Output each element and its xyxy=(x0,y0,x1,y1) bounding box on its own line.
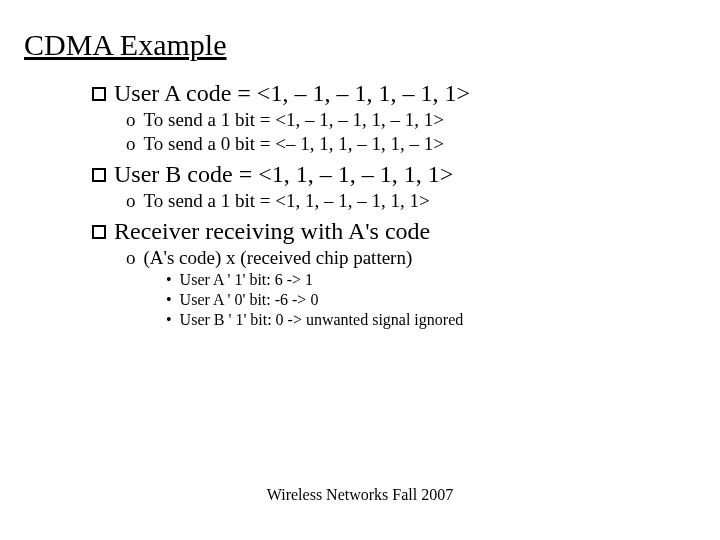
item-recv-a0: • User A ' 0' bit: -6 -> 0 xyxy=(92,291,696,309)
circle-bullet-icon: o xyxy=(126,109,136,131)
dot-bullet-icon: • xyxy=(166,271,172,289)
item-recv-b1: • User B ' 1' bit: 0 -> unwanted signal … xyxy=(92,311,696,329)
circle-bullet-icon: o xyxy=(126,190,136,212)
square-bullet-icon xyxy=(92,168,106,182)
item-user-b: User B code = <1, 1, – 1, – 1, 1, 1> xyxy=(92,161,696,188)
item-receiver-sub: o (A's code) x (received chip pattern) xyxy=(92,247,696,269)
item-text: User A code = <1, – 1, – 1, 1, – 1, 1> xyxy=(114,80,470,107)
dot-bullet-icon: • xyxy=(166,311,172,329)
dot-bullet-icon: • xyxy=(166,291,172,309)
slide-footer: Wireless Networks Fall 2007 xyxy=(0,486,720,504)
item-text: User A ' 0' bit: -6 -> 0 xyxy=(180,291,319,309)
item-user-b-send1: o To send a 1 bit = <1, 1, – 1, – 1, 1, … xyxy=(92,190,696,212)
item-recv-a1: • User A ' 1' bit: 6 -> 1 xyxy=(92,271,696,289)
item-text: To send a 1 bit = <1, – 1, – 1, 1, – 1, … xyxy=(144,109,445,131)
circle-bullet-icon: o xyxy=(126,247,136,269)
slide-title: CDMA Example xyxy=(24,28,696,62)
item-user-a-send0: o To send a 0 bit = <– 1, 1, 1, – 1, 1, … xyxy=(92,133,696,155)
item-text: User B ' 1' bit: 0 -> unwanted signal ig… xyxy=(180,311,464,329)
item-text: To send a 0 bit = <– 1, 1, 1, – 1, 1, – … xyxy=(144,133,445,155)
circle-bullet-icon: o xyxy=(126,133,136,155)
item-user-a-send1: o To send a 1 bit = <1, – 1, – 1, 1, – 1… xyxy=(92,109,696,131)
item-receiver: Receiver receiving with A's code xyxy=(92,218,696,245)
item-text: To send a 1 bit = <1, 1, – 1, – 1, 1, 1> xyxy=(144,190,430,212)
item-text: Receiver receiving with A's code xyxy=(114,218,430,245)
item-user-a: User A code = <1, – 1, – 1, 1, – 1, 1> xyxy=(92,80,696,107)
item-text: (A's code) x (received chip pattern) xyxy=(144,247,413,269)
square-bullet-icon xyxy=(92,225,106,239)
slide-content: User A code = <1, – 1, – 1, 1, – 1, 1> o… xyxy=(24,80,696,329)
square-bullet-icon xyxy=(92,87,106,101)
item-text: User B code = <1, 1, – 1, – 1, 1, 1> xyxy=(114,161,453,188)
item-text: User A ' 1' bit: 6 -> 1 xyxy=(180,271,313,289)
